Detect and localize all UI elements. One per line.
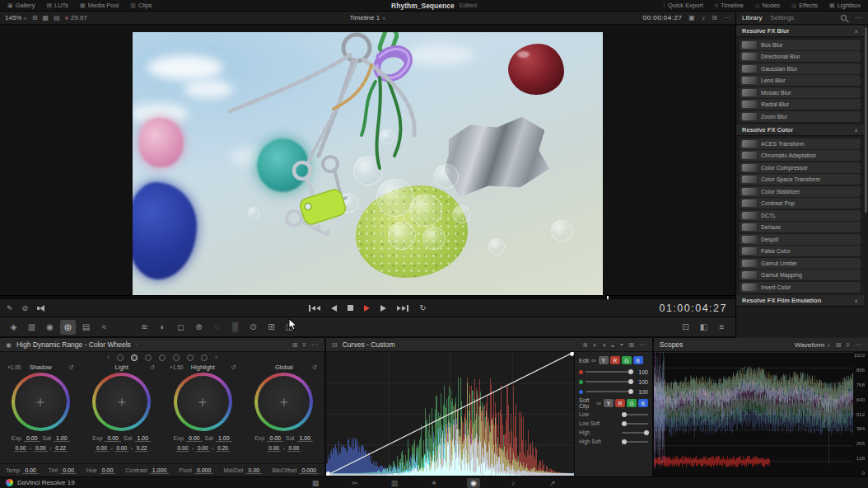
more-options-icon[interactable]: ⋯ xyxy=(311,341,319,349)
color-wheel-highlight[interactable] xyxy=(174,373,232,431)
wheel-value[interactable]: 0.00 xyxy=(176,445,190,452)
chevron-right-icon[interactable]: › xyxy=(136,342,138,347)
palette-tool-icon[interactable]: ▤ xyxy=(78,320,94,335)
palette-tool-icon[interactable]: ≋ xyxy=(137,320,152,335)
step-forward-button[interactable] xyxy=(380,305,386,312)
color-wheel-global[interactable] xyxy=(254,373,313,431)
topbar-left-button[interactable]: ▤ LUTs xyxy=(40,0,74,11)
palette-tool-icon[interactable]: ⊞ xyxy=(264,320,279,335)
color-wheel-light[interactable] xyxy=(92,373,151,431)
palette-tool-icon[interactable]: ◎ xyxy=(60,320,76,335)
palette-tool-icon[interactable]: ▥ xyxy=(24,320,40,335)
effect-item[interactable]: Despill xyxy=(740,234,861,245)
viewer-option-icon[interactable]: ▦ xyxy=(43,14,49,21)
parameter-value[interactable]: 0.000 xyxy=(194,467,214,474)
page-icon[interactable]: ▦ xyxy=(309,478,322,488)
effect-item[interactable]: Gamut Limiter xyxy=(740,258,861,269)
play-button[interactable] xyxy=(364,305,370,312)
effect-item[interactable]: Zoom Blur xyxy=(740,111,861,122)
curve-graph[interactable] xyxy=(326,352,575,476)
effect-item[interactable]: Color Compressor xyxy=(740,162,861,173)
video-frame[interactable] xyxy=(133,32,603,298)
viewer-option-icon[interactable]: ⊞ xyxy=(32,14,38,21)
curve-mode-icon[interactable]: ◑ xyxy=(602,341,606,349)
grid-icon[interactable]: ⊞ xyxy=(712,14,717,21)
effect-item[interactable]: Gamut Mapping xyxy=(740,270,861,280)
gain-slider[interactable] xyxy=(586,391,632,392)
exp-value[interactable]: 0.00 xyxy=(105,435,121,442)
effect-item[interactable]: Dehaze xyxy=(740,222,861,232)
effect-item[interactable]: Directional Blur xyxy=(740,51,861,62)
link-channels-icon[interactable]: ∞ xyxy=(591,357,596,364)
gain-value[interactable]: 100 xyxy=(635,389,648,395)
effect-item[interactable]: Color Space Transform xyxy=(740,174,861,185)
curve-mode-icon[interactable]: ◐ xyxy=(593,341,597,349)
wheel-set-dot[interactable] xyxy=(131,354,138,361)
chevron-right-icon[interactable]: › xyxy=(215,354,217,361)
page-icon[interactable]: ♪ xyxy=(506,478,520,488)
wheel-value[interactable]: 0.00 xyxy=(114,445,128,452)
reset-icon[interactable]: ↺ xyxy=(312,364,317,371)
panel-expand-icon[interactable]: ⊞ xyxy=(628,341,634,349)
wheel-value[interactable]: 0.22 xyxy=(54,445,68,452)
exp-value[interactable]: 0.00 xyxy=(267,435,283,442)
exp-value[interactable]: 0.00 xyxy=(24,435,40,442)
sat-value[interactable]: 1.00 xyxy=(297,435,314,442)
channel-button[interactable]: Y xyxy=(604,399,614,407)
viewer-option-icon[interactable]: ▤ xyxy=(54,14,60,21)
parameter-value[interactable]: 0.00 xyxy=(60,467,77,474)
topbar-right-button[interactable]: ▦ Lightbox xyxy=(824,0,866,11)
effect-item[interactable]: Contrast Pop xyxy=(740,198,861,209)
more-options-icon[interactable]: ⋯ xyxy=(724,14,730,21)
palette-tool-icon[interactable]: ◌ xyxy=(209,320,225,335)
wheel-set-dot[interactable] xyxy=(187,354,194,361)
soft-clip-slider[interactable] xyxy=(622,423,648,425)
parameter-value[interactable]: 0.000 xyxy=(299,467,319,474)
curve-mode-icon[interactable]: ◒ xyxy=(611,341,615,349)
wheel-set-dot[interactable] xyxy=(201,354,208,361)
parameter-value[interactable]: 0.00 xyxy=(22,467,39,474)
palette-tool-icon[interactable]: ▒ xyxy=(227,320,243,335)
wheel-value[interactable]: 0.00 xyxy=(196,445,210,452)
wheel-value[interactable]: 0.00 xyxy=(14,445,28,452)
loop-button[interactable]: ↻ xyxy=(419,304,426,312)
gain-value[interactable]: 100 xyxy=(635,369,648,375)
soft-clip-slider[interactable] xyxy=(622,441,648,443)
wheel-value[interactable]: 0.20 xyxy=(216,445,230,452)
wheel-set-dot[interactable] xyxy=(173,354,180,361)
curve-mode-icon[interactable]: ≋ xyxy=(582,341,588,349)
last-frame-button[interactable] xyxy=(397,305,408,312)
channel-button[interactable]: R xyxy=(615,399,625,407)
page-icon[interactable]: ✂ xyxy=(348,478,362,488)
search-icon[interactable] xyxy=(841,15,847,21)
effect-item[interactable]: Gaussian Blur xyxy=(740,63,861,74)
wheel-set-dot[interactable] xyxy=(159,354,166,361)
fx-section-header[interactable]: Resolve FX Color ∧ xyxy=(736,124,864,136)
link-channels-icon[interactable]: ∞ xyxy=(596,400,601,407)
panel-expand-icon[interactable]: ⊞ xyxy=(292,341,298,349)
chevron-left-icon[interactable]: ‹ xyxy=(107,354,110,361)
gain-slider[interactable] xyxy=(586,381,632,382)
annotate-tool-icon[interactable]: ✎ xyxy=(7,304,13,312)
channel-button[interactable]: R xyxy=(610,356,620,364)
palette-tool-icon[interactable]: ≈ xyxy=(96,320,112,335)
effect-item[interactable]: ACES Transform xyxy=(740,138,861,149)
panel-menu-icon[interactable]: ≡ xyxy=(302,341,306,349)
effects-tab[interactable]: Library xyxy=(742,14,762,21)
parameter-value[interactable]: 1.000 xyxy=(150,467,170,474)
palette-tool-icon[interactable]: ≡ xyxy=(714,320,730,335)
gain-slider[interactable] xyxy=(586,371,632,373)
exp-value[interactable]: 0.00 xyxy=(186,435,203,442)
topbar-right-button[interactable]: ↑ Quick Export xyxy=(656,0,708,11)
chevron-down-icon[interactable]: ∨ xyxy=(702,15,705,21)
channel-button[interactable]: G xyxy=(622,356,632,364)
sat-value[interactable]: 1.00 xyxy=(135,435,152,442)
wheel-range-value[interactable]: +1.50 xyxy=(170,364,183,370)
topbar-left-button[interactable]: ▣ Gallery xyxy=(2,0,40,11)
bypass-grades-icon[interactable]: ⊘ xyxy=(22,304,29,312)
more-options-icon[interactable]: ⋯ xyxy=(639,341,646,349)
wheel-range-value[interactable]: +1.00 xyxy=(7,364,21,370)
parameter-value[interactable]: 0.00 xyxy=(246,467,263,474)
wheel-value[interactable]: 0.00 xyxy=(34,445,48,452)
reset-icon[interactable]: ↺ xyxy=(150,364,155,371)
